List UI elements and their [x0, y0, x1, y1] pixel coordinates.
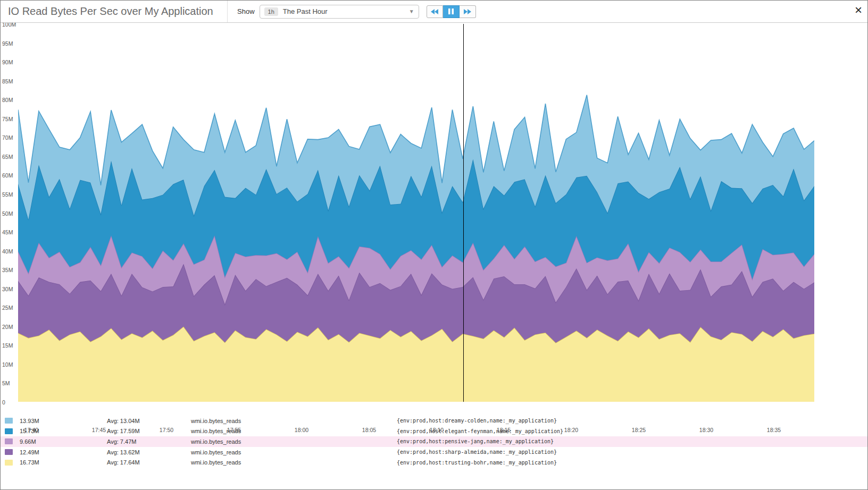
- legend-row[interactable]: 9.66M Avg: 7.47M wmi.io.bytes_reads {env…: [1, 436, 867, 447]
- y-axis-tick-label: 0: [2, 399, 17, 405]
- rewind-button[interactable]: [427, 5, 443, 18]
- legend-row[interactable]: 15.73M Avg: 17.59M wmi.io.bytes_reads {e…: [1, 426, 867, 437]
- series-metric: wmi.io.bytes_reads: [191, 449, 397, 455]
- series-color-swatch: [5, 428, 13, 434]
- series-metric: wmi.io.bytes_reads: [191, 459, 397, 466]
- stacked-area-plot[interactable]: [18, 24, 814, 402]
- timeframe-controls: Show 1h The Past Hour ▼: [227, 1, 476, 22]
- timeframe-dropdown[interactable]: 1h The Past Hour ▼: [260, 5, 419, 19]
- timeframe-label: The Past Hour: [283, 7, 328, 15]
- y-axis-tick-label: 75M: [2, 116, 17, 122]
- y-axis-tick-label: 20M: [2, 324, 17, 330]
- chart-area: 05M10M15M20M25M30M35M40M45M50M55M60M65M7…: [1, 22, 867, 416]
- series-avg: Avg: 17.59M: [107, 428, 191, 434]
- series-scope: {env:prod,host:trusting-bohr,name:_my_ap…: [397, 460, 867, 466]
- series-value: 16.73M: [20, 459, 107, 466]
- y-axis-tick-label: 80M: [2, 97, 17, 103]
- forward-button[interactable]: [460, 5, 476, 18]
- close-button[interactable]: ×: [855, 3, 862, 18]
- series-metric: wmi.io.bytes_reads: [191, 418, 397, 424]
- series-color-swatch: [5, 438, 13, 444]
- series-scope: {env:prod,host:dreamy-colden,name:_my_ap…: [397, 418, 867, 424]
- y-axis-tick-label: 25M: [2, 305, 17, 311]
- y-axis-tick-label: 70M: [2, 134, 17, 141]
- legend-row[interactable]: 16.73M Avg: 17.64M wmi.io.bytes_reads {e…: [1, 457, 867, 468]
- series-avg: Avg: 13.62M: [107, 449, 191, 455]
- pause-icon: [448, 7, 454, 16]
- series-value: 12.49M: [20, 449, 107, 455]
- series-scope: {env:prod,host:sharp-almeida,name:_my_ap…: [397, 449, 867, 455]
- series-color-swatch: [5, 418, 13, 424]
- chevron-down-icon: ▼: [409, 9, 414, 14]
- series-value: 9.66M: [20, 438, 107, 445]
- series-avg: Avg: 13.04M: [107, 418, 191, 424]
- playback-button-group: [427, 5, 476, 18]
- y-axis-tick-label: 35M: [2, 267, 17, 273]
- area-series-trusting-bohr[interactable]: [18, 327, 814, 402]
- pause-button[interactable]: [443, 5, 460, 18]
- series-value: 13.93M: [20, 418, 107, 424]
- time-cursor-line: [463, 24, 464, 402]
- legend-row[interactable]: 12.49M Avg: 13.62M wmi.io.bytes_reads {e…: [1, 447, 867, 458]
- y-axis-tick-label: 65M: [2, 154, 17, 160]
- show-label: Show: [237, 7, 255, 15]
- series-metric: wmi.io.bytes_reads: [191, 428, 397, 434]
- y-axis-tick-label: 95M: [2, 40, 17, 47]
- series-avg: Avg: 7.47M: [107, 438, 191, 445]
- toolbar: IO Read Bytes Per Sec over My Applicatio…: [1, 1, 867, 23]
- y-axis-tick-label: 10M: [2, 361, 17, 368]
- y-axis-tick-label: 60M: [2, 172, 17, 179]
- y-axis-tick-label: 55M: [2, 191, 17, 198]
- y-axis-tick-label: 40M: [2, 248, 17, 255]
- legend-row[interactable]: 13.93M Avg: 13.04M wmi.io.bytes_reads {e…: [1, 416, 867, 426]
- y-axis-tick-label: 5M: [2, 380, 17, 386]
- app-window: IO Read Bytes Per Sec over My Applicatio…: [0, 0, 868, 490]
- y-axis-tick-label: 15M: [2, 342, 17, 349]
- series-value: 15.73M: [20, 428, 107, 434]
- y-axis-tick-label: 50M: [2, 210, 17, 217]
- series-color-swatch: [5, 449, 13, 455]
- series-avg: Avg: 17.64M: [107, 459, 191, 466]
- series-scope: {env:prod,host:elegant-feynman,name:_my_…: [397, 428, 867, 434]
- series-scope: {env:prod,host:pensive-jang,name:_my_app…: [397, 438, 867, 444]
- chart-svg[interactable]: [18, 24, 814, 402]
- y-axis-tick-label: 85M: [2, 78, 17, 85]
- timeframe-badge: 1h: [264, 7, 278, 16]
- rewind-icon: [431, 7, 438, 16]
- series-color-swatch: [5, 460, 13, 466]
- y-axis-tick-label: 45M: [2, 229, 17, 235]
- page-title: IO Read Bytes Per Sec over My Applicatio…: [1, 5, 227, 18]
- series-metric: wmi.io.bytes_reads: [191, 438, 397, 445]
- forward-icon: [464, 7, 471, 16]
- legend: 13.93M Avg: 13.04M wmi.io.bytes_reads {e…: [1, 416, 867, 468]
- y-axis-tick-label: 30M: [2, 286, 17, 292]
- y-axis-tick-label: 90M: [2, 59, 17, 65]
